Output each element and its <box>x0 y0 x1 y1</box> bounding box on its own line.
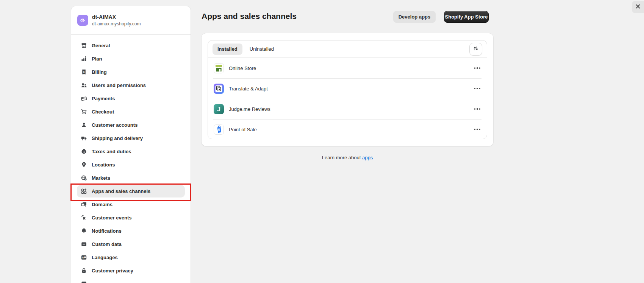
settings-nav: General Plan $ Billing Users and permiss… <box>71 35 191 283</box>
sidebar-item-general[interactable]: General <box>77 39 185 52</box>
store-header: dt- dt-AIMAX dt-aimax.myshopify.com <box>71 6 191 35</box>
sidebar-item-payments[interactable]: Payments <box>77 92 185 105</box>
sidebar-item-label: Customer accounts <box>92 122 138 128</box>
close-icon <box>635 4 641 11</box>
sidebar-item-label: Billing <box>92 69 107 75</box>
apps-tabbar: Installed Uninstalled <box>208 40 487 58</box>
sidebar-item-label: Locations <box>92 162 115 168</box>
close-button[interactable] <box>632 1 644 13</box>
app-row-online-store[interactable]: Online Store <box>208 58 487 78</box>
tab-installed[interactable]: Installed <box>213 44 242 55</box>
sidebar-item-label: Plan <box>92 56 102 62</box>
users-icon <box>81 82 87 89</box>
svg-text:$: $ <box>85 178 86 180</box>
sidebar-item-partial[interactable] <box>77 278 185 283</box>
shopify-settings-screen: dt- dt-AIMAX dt-aimax.myshopify.com Gene… <box>0 0 644 283</box>
app-name: Point of Sale <box>229 127 257 132</box>
sidebar-item-domains[interactable]: Domains <box>77 198 185 211</box>
store-domain: dt-aimax.myshopify.com <box>92 21 141 27</box>
page-title: Apps and sales channels <box>202 12 297 21</box>
sidebar-item-billing[interactable]: $ Billing <box>77 66 185 78</box>
app-name: Judge.me Reviews <box>229 106 270 112</box>
sidebar-item-label: Apps and sales channels <box>92 188 150 194</box>
sort-button[interactable] <box>469 43 482 56</box>
store-name: dt-AIMAX <box>92 14 141 21</box>
app-row-judgeme-reviews[interactable]: J Judge.me Reviews <box>208 99 487 119</box>
kebab-menu-icon[interactable] <box>474 126 481 132</box>
translate-adapt-app-icon <box>214 84 224 94</box>
plan-chart-icon <box>81 56 87 62</box>
location-pin-icon <box>81 162 87 168</box>
customer-events-cursor-icon <box>81 215 87 221</box>
sidebar-item-label: Domains <box>92 202 113 207</box>
learn-more-text: Learn more about apps <box>202 155 493 160</box>
sidebar-item-customer-accounts[interactable]: Customer accounts <box>77 119 185 131</box>
store-identity: dt-AIMAX dt-aimax.myshopify.com <box>92 14 141 27</box>
settings-sidebar: dt- dt-AIMAX dt-aimax.myshopify.com Gene… <box>71 6 191 283</box>
app-name: Translate & Adapt <box>229 86 268 92</box>
shipping-truck-icon <box>81 135 87 142</box>
app-row-translate-adapt[interactable]: Translate & Adapt <box>208 78 487 99</box>
billing-receipt-icon: $ <box>81 69 87 75</box>
sidebar-item-users-and-permissions[interactable]: Users and permissions <box>77 79 185 92</box>
payments-card-icon <box>81 95 87 102</box>
store-avatar: dt- <box>77 15 88 26</box>
markets-globe-icon: $ <box>81 175 87 181</box>
online-store-app-icon <box>214 63 224 73</box>
app-name: Online Store <box>229 65 256 71</box>
kebab-menu-icon[interactable] <box>474 86 481 91</box>
sidebar-item-label: Customer events <box>92 215 131 221</box>
develop-apps-button[interactable]: Develop apps <box>393 11 436 23</box>
sidebar-item-plan[interactable]: Plan <box>77 53 185 65</box>
sidebar-item-custom-data[interactable]: Custom data <box>77 238 185 250</box>
svg-text:$: $ <box>83 70 85 73</box>
point-of-sale-app-icon: S <box>214 124 224 135</box>
sidebar-item-checkout[interactable]: Checkout <box>77 106 185 118</box>
sidebar-item-shipping-and-delivery[interactable]: Shipping and delivery <box>77 132 185 145</box>
kebab-menu-icon[interactable] <box>474 65 481 71</box>
sidebar-item-customer-events[interactable]: Customer events <box>77 211 185 224</box>
sidebar-item-markets[interactable]: $ Markets <box>77 172 185 184</box>
sidebar-item-notifications[interactable]: Notifications <box>77 225 185 237</box>
learn-more-prefix: Learn more about <box>322 155 361 160</box>
sidebar-item-label: General <box>92 43 110 48</box>
shopify-app-store-button[interactable]: Shopify App Store <box>444 11 489 23</box>
languages-icon: A <box>81 254 87 261</box>
checkout-cart-icon <box>81 109 87 115</box>
sidebar-item-label: Users and permissions <box>92 82 146 88</box>
tab-uninstalled[interactable]: Uninstalled <box>245 44 279 55</box>
sidebar-item-label: Taxes and duties <box>92 149 131 154</box>
sidebar-item-label: Shipping and delivery <box>92 135 143 141</box>
storefront-icon <box>81 42 87 49</box>
custom-data-icon <box>81 241 87 247</box>
customer-account-icon <box>81 122 87 128</box>
sidebar-item-label: Checkout <box>92 109 114 115</box>
apps-link[interactable]: apps <box>362 155 373 160</box>
sidebar-item-apps-and-sales-channels[interactable]: Apps and sales channels <box>77 185 185 197</box>
domains-icon <box>81 201 87 208</box>
sidebar-item-label: Customer privacy <box>92 268 133 274</box>
apps-list-panel: Installed Uninstalled Online Store <box>208 40 487 139</box>
notifications-bell-icon <box>81 228 87 234</box>
svg-text:J: J <box>217 106 220 112</box>
partial-item-icon <box>81 281 87 283</box>
sort-arrows-icon <box>473 45 479 53</box>
svg-text:A: A <box>82 256 84 259</box>
sidebar-item-taxes-and-duties[interactable]: Taxes and duties <box>77 145 185 158</box>
sidebar-item-label: Custom data <box>92 241 122 247</box>
sidebar-item-customer-privacy[interactable]: Customer privacy <box>77 264 185 277</box>
sidebar-item-label: Notifications <box>92 228 122 234</box>
sidebar-item-label: Languages <box>92 255 118 260</box>
kebab-menu-icon[interactable] <box>474 106 481 112</box>
app-row-point-of-sale[interactable]: S Point of Sale <box>208 119 487 139</box>
privacy-lock-icon <box>81 267 87 274</box>
sidebar-item-locations[interactable]: Locations <box>77 159 185 171</box>
sidebar-item-label: Markets <box>92 175 110 181</box>
taxes-bag-icon <box>81 148 87 155</box>
apps-grid-icon <box>81 188 87 194</box>
sidebar-item-languages[interactable]: A Languages <box>77 251 185 264</box>
judgeme-app-icon: J <box>214 104 224 114</box>
sidebar-item-label: Payments <box>92 96 115 101</box>
apps-card: Installed Uninstalled Online Store <box>202 33 493 146</box>
